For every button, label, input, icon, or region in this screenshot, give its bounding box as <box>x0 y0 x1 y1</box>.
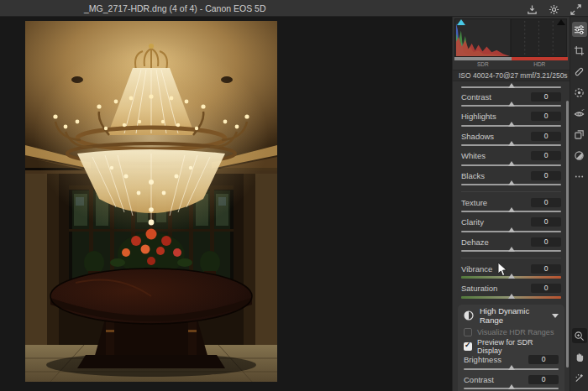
shutter-value: 1/250s <box>546 71 568 80</box>
texture-value[interactable]: 0 <box>531 198 561 207</box>
main-area: SDR HDR ISO 400 24-70@27 mm f/3.2 1/250s… <box>0 17 588 391</box>
visualize-hdr-checkbox-row[interactable]: Visualize HDR Ranges <box>464 326 559 338</box>
healing-tool-button[interactable] <box>572 64 587 79</box>
contrast-value[interactable]: 0 <box>531 92 561 102</box>
masking-tool-button[interactable] <box>572 85 587 100</box>
divider <box>461 191 561 192</box>
visualize-hdr-checkbox[interactable] <box>464 328 472 336</box>
shadows-slider[interactable]: Shadows0 <box>461 131 561 148</box>
saturation-value[interactable]: 0 <box>531 284 561 293</box>
divider <box>461 258 561 258</box>
titlebar-actions <box>527 0 581 17</box>
edit-tool-button[interactable] <box>572 22 587 37</box>
hdr-brightness-value[interactable]: 0 <box>528 355 559 364</box>
hdr-header[interactable]: High Dynamic Range <box>464 310 559 322</box>
aperture-value: f/3.2 <box>533 71 547 80</box>
vibrance-value[interactable]: 0 <box>531 264 561 274</box>
profiles-tool-button[interactable] <box>572 148 587 163</box>
tool-strip <box>570 17 588 391</box>
visualize-hdr-label: Visualize HDR Ranges <box>477 328 554 336</box>
saturation-slider[interactable]: Saturation0 <box>461 284 561 300</box>
sliders-scroll-area: Contrast0 Highlights0 Shadows0 Whites0 B… <box>453 81 570 391</box>
hdr-label: HDR <box>512 60 569 68</box>
sampler-tool-button[interactable] <box>572 370 587 385</box>
clarity-slider[interactable]: Clarity0 <box>461 217 561 234</box>
blacks-slider[interactable]: Blacks0 <box>461 170 561 187</box>
dehaze-slider[interactable]: Dehaze0 <box>461 237 561 253</box>
red-eye-tool-button[interactable] <box>572 106 587 121</box>
blacks-value[interactable]: 0 <box>531 171 561 180</box>
sdr-label: SDR <box>454 60 512 68</box>
image-canvas[interactable] <box>0 17 452 391</box>
clarity-value[interactable]: 0 <box>531 217 561 227</box>
crop-tool-button[interactable] <box>572 43 587 58</box>
dehaze-value[interactable]: 0 <box>531 237 561 247</box>
highlights-value[interactable]: 0 <box>531 112 561 121</box>
histogram[interactable] <box>454 18 568 57</box>
panel-scrollbar[interactable] <box>566 101 569 368</box>
hdr-contrast-value[interactable]: 0 <box>528 375 559 384</box>
hdr-contrast-slider[interactable]: Contrast0 <box>464 374 559 391</box>
chevron-down-icon[interactable] <box>552 314 559 318</box>
whites-value[interactable]: 0 <box>531 151 561 160</box>
histogram-plot[interactable] <box>454 18 567 57</box>
window-title: _MG_2717-HDR.dng (4 of 4) - Canon EOS 5D <box>84 0 252 17</box>
exposure-slider-partial[interactable] <box>461 84 561 89</box>
zoom-tool-button[interactable] <box>572 328 587 343</box>
hdr-title: High Dynamic Range <box>480 306 552 325</box>
gear-icon[interactable] <box>549 3 559 14</box>
capture-metadata: ISO 400 24-70@27 mm f/3.2 1/250s <box>453 70 570 81</box>
hdr-brightness-slider[interactable]: Brightness0 <box>464 355 559 372</box>
presets-tool-button[interactable] <box>572 127 587 142</box>
texture-slider[interactable]: Texture0 <box>461 197 561 214</box>
hdr-group: High Dynamic Range Visualize HDR Ranges … <box>458 305 564 391</box>
highlight-clipping-indicator[interactable] <box>557 19 565 25</box>
export-icon[interactable] <box>527 3 538 14</box>
contrast-slider[interactable]: Contrast0 <box>461 91 561 108</box>
vibrance-slider[interactable]: Vibrance0 <box>461 263 561 280</box>
iso-value: ISO 400 <box>459 71 485 80</box>
whites-slider[interactable]: Whites0 <box>461 151 561 168</box>
preview-sdr-label: Preview for SDR Display <box>477 338 559 355</box>
highlights-slider[interactable]: Highlights0 <box>461 112 561 128</box>
half-circle-icon <box>464 310 474 321</box>
fullscreen-icon[interactable] <box>570 3 581 14</box>
photo-chandelier-lobby <box>25 21 277 382</box>
edit-panel: SDR HDR ISO 400 24-70@27 mm f/3.2 1/250s… <box>452 17 570 391</box>
camera-raw-window: _MG_2717-HDR.dng (4 of 4) - Canon EOS 5D <box>0 0 588 391</box>
more-options-button[interactable] <box>572 169 587 184</box>
range-labels: SDR HDR <box>454 60 568 68</box>
hand-tool-button[interactable] <box>572 349 587 364</box>
shadows-value[interactable]: 0 <box>531 132 561 141</box>
preview-sdr-checkbox-row[interactable]: Preview for SDR Display <box>464 341 559 352</box>
title-bar: _MG_2717-HDR.dng (4 of 4) - Canon EOS 5D <box>0 0 588 17</box>
lens-value: 24-70@27 mm <box>485 71 532 80</box>
preview-sdr-checkbox[interactable] <box>464 342 472 351</box>
shadow-clipping-indicator[interactable] <box>457 19 465 25</box>
